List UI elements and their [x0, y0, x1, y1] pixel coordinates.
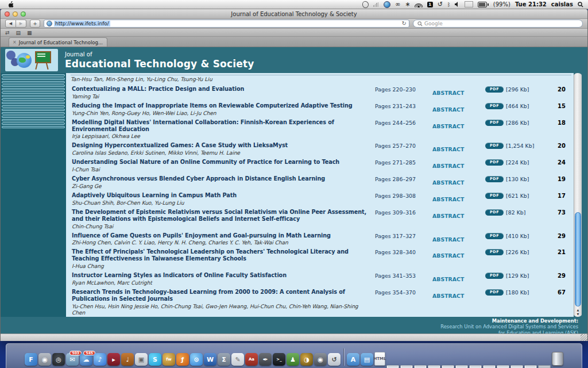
asterisk-status-icon[interactable]: ∗: [405, 2, 411, 7]
new-tab-button[interactable]: +: [30, 20, 40, 28]
dock-terminal[interactable]: >_: [273, 353, 285, 366]
pdf-button[interactable]: PDF: [485, 176, 504, 182]
sidebar-item[interactable]: [2, 81, 65, 83]
dock-minimized-window[interactable]: [428, 365, 440, 368]
dock-firefox[interactable]: ƒ: [176, 353, 189, 366]
sidebar-item[interactable]: [2, 95, 65, 97]
dock-minimized-window[interactable]: [469, 365, 482, 368]
footer-line2[interactable]: Research Unit on Advanced Digital System…: [1, 324, 578, 329]
close-window-button[interactable]: [5, 12, 10, 17]
globe-status-icon[interactable]: [384, 1, 390, 8]
dock-scrivener[interactable]: ✒: [259, 353, 272, 366]
dock-applications-folder[interactable]: A: [347, 353, 359, 366]
reload-button[interactable]: ↻: [402, 21, 407, 26]
sidebar-item[interactable]: [2, 98, 65, 101]
dock-documents-folder[interactable]: ▤: [361, 353, 373, 366]
pdf-button[interactable]: PDF: [485, 86, 504, 93]
dock-poker-timer[interactable]: ◑: [300, 353, 313, 366]
sidebar-item[interactable]: [2, 116, 65, 118]
dock-system-preferences[interactable]: ◉: [38, 353, 51, 366]
abstract-link[interactable]: ABSTRACT: [432, 293, 464, 299]
dock-dictionary[interactable]: Aa: [245, 353, 258, 366]
forward-button[interactable]: ▶: [16, 20, 26, 28]
tab-close-icon[interactable]: ×: [13, 40, 17, 45]
pdf-button[interactable]: PDF: [485, 273, 504, 279]
dock-minimized-window-gray[interactable]: [538, 365, 551, 368]
dock-minimized-window[interactable]: [524, 365, 537, 368]
sidebar-item[interactable]: [2, 91, 65, 94]
abstract-link[interactable]: ABSTRACT: [432, 90, 464, 96]
sidebar-item[interactable]: [2, 119, 65, 121]
pdf-button[interactable]: PDF: [485, 249, 504, 255]
abstract-link[interactable]: ABSTRACT: [432, 123, 464, 129]
input-menu-icon[interactable]: 1: [427, 2, 433, 7]
abstract-link[interactable]: ABSTRACT: [432, 276, 464, 282]
abstract-link[interactable]: ABSTRACT: [432, 146, 464, 152]
link-status-icon[interactable]: ∞: [395, 2, 400, 7]
abstract-link[interactable]: ABSTRACT: [432, 179, 464, 186]
abstract-link[interactable]: ABSTRACT: [432, 236, 464, 243]
pdf-button[interactable]: PDF: [485, 103, 504, 109]
abstract-link[interactable]: ABSTRACT: [432, 252, 464, 259]
sidebar-item[interactable]: [2, 88, 65, 90]
sidebar-item[interactable]: [2, 85, 65, 87]
title-bar[interactable]: Journal of Educational Technology & Soci…: [1, 9, 587, 19]
dock-safari[interactable]: ⊙: [190, 353, 203, 366]
dock-minimized-window[interactable]: [497, 365, 509, 368]
dock-minimized-window[interactable]: [510, 365, 523, 368]
address-bar[interactable]: http://www.ifets.info/ ↻: [44, 20, 409, 28]
pdf-button[interactable]: PDF: [485, 143, 504, 149]
abstract-link[interactable]: ABSTRACT: [432, 196, 464, 202]
dock-iphoto[interactable]: ▣: [135, 353, 148, 366]
dock-minimized-window[interactable]: [414, 365, 427, 368]
tab-journal[interactable]: × Journal of Educational Technolog...: [9, 37, 107, 47]
time-machine-icon[interactable]: ↺: [438, 2, 443, 7]
dock-pages[interactable]: ✎: [231, 353, 244, 366]
menu-user[interactable]: caislas: [551, 1, 573, 7]
history-nav-icon[interactable]: ⇄: [5, 30, 10, 36]
dock-itunes[interactable]: ♪: [94, 353, 106, 366]
volume-icon[interactable]: [455, 2, 460, 7]
pdf-button[interactable]: PDF: [485, 209, 504, 216]
dock-weather-globe[interactable]: ☁545: [80, 353, 92, 366]
bluetooth-icon[interactable]: ᛒ: [447, 2, 450, 7]
bookmarks-book-icon[interactable]: ▤: [16, 30, 21, 36]
dock-minimized-window[interactable]: [442, 365, 454, 368]
dock-word[interactable]: W: [204, 353, 216, 366]
dock-skype[interactable]: S: [149, 353, 161, 366]
dock-freeway[interactable]: fw: [163, 353, 175, 366]
dock-trash[interactable]: [552, 352, 563, 366]
dock-minimized-window[interactable]: [455, 365, 468, 368]
spotlight-icon[interactable]: [578, 2, 583, 7]
sidebar-item[interactable]: [2, 109, 65, 111]
wifi-icon[interactable]: [415, 2, 423, 7]
dock-html-file[interactable]: HTML: [374, 352, 385, 366]
pdf-button[interactable]: PDF: [485, 120, 504, 126]
dock-mail[interactable]: ✉503: [66, 353, 79, 366]
sidebar-item[interactable]: [2, 126, 65, 128]
sidebar-item[interactable]: [2, 122, 65, 125]
sidebar-item[interactable]: [2, 78, 65, 80]
dock-front-row[interactable]: ▸: [107, 353, 120, 366]
scroll-down-button[interactable]: ▼: [574, 312, 582, 316]
dock-latexit[interactable]: Σ: [218, 353, 230, 366]
evernote-status-icon[interactable]: [362, 1, 369, 8]
menu-clock[interactable]: Tue 21:32: [515, 1, 547, 7]
abstract-link[interactable]: ABSTRACT: [432, 213, 464, 219]
sidebar-item[interactable]: [2, 74, 65, 76]
abstract-link[interactable]: ABSTRACT: [432, 106, 464, 113]
dock-finder[interactable]: F: [25, 353, 37, 366]
minimize-window-button[interactable]: [13, 12, 18, 17]
battery-icon[interactable]: [478, 2, 489, 7]
back-button[interactable]: ◀: [5, 20, 16, 28]
sidebar-item[interactable]: [2, 105, 65, 108]
dock-garageband[interactable]: ♩: [121, 353, 134, 366]
scroll-up-button[interactable]: ▲: [574, 308, 582, 312]
search-field[interactable]: Google: [413, 20, 583, 28]
signal-bars-icon[interactable]: [373, 2, 379, 7]
url-text[interactable]: http://www.ifets.info/: [54, 21, 110, 26]
pdf-button[interactable]: PDF: [485, 289, 504, 296]
dock-minimized-window[interactable]: [386, 365, 399, 368]
sidebar-item[interactable]: [2, 112, 65, 114]
pdf-button[interactable]: PDF: [485, 159, 504, 166]
